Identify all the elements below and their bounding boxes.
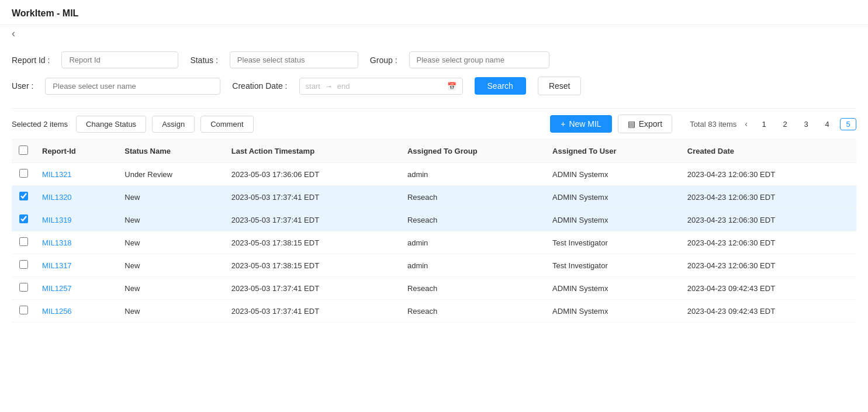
new-mil-label: New MIL: [569, 119, 601, 129]
page-title: WorkItem - MIL: [0, 0, 868, 25]
change-status-button[interactable]: Change Status: [76, 116, 146, 133]
row-checkbox[interactable]: [19, 283, 28, 292]
row-status: New: [117, 277, 224, 300]
user-input[interactable]: [45, 78, 220, 95]
status-label: Status :: [190, 56, 217, 65]
page-4-button[interactable]: 4: [819, 118, 835, 130]
row-timestamp: 2023-05-03 17:36:06 EDT: [224, 163, 400, 186]
col-assigned-to-user: Assigned To User: [545, 140, 680, 163]
table-header-row: Report-Id Status Name Last Action Timest…: [12, 140, 856, 163]
new-mil-button[interactable]: + New MIL: [550, 115, 611, 133]
table-container: Report-Id Status Name Last Action Timest…: [0, 139, 868, 323]
row-created: 2023-04-23 12:06:30 EDT: [680, 186, 856, 209]
back-button[interactable]: ‹: [0, 25, 27, 42]
row-checkbox[interactable]: [19, 214, 28, 223]
toolbar: Selected 2 items Change Status Assign Co…: [0, 109, 868, 139]
table-row: MIL1319New2023-05-03 17:37:41 EDTReseach…: [12, 209, 856, 231]
row-status: Under Review: [117, 163, 224, 186]
row-user: ADMIN Systemx: [545, 209, 680, 231]
col-assigned-to-group: Assigned To Group: [400, 140, 545, 163]
row-user: Test Investigator: [545, 254, 680, 277]
row-timestamp: 2023-05-03 17:37:41 EDT: [224, 277, 400, 300]
search-button[interactable]: Search: [475, 77, 526, 95]
row-group: Reseach: [400, 277, 545, 300]
group-input[interactable]: [409, 51, 549, 68]
col-status-name: Status Name: [117, 140, 224, 163]
report-id-label: Report Id :: [12, 56, 50, 65]
row-checkbox-cell[interactable]: [12, 231, 35, 254]
row-timestamp: 2023-05-03 17:38:15 EDT: [224, 254, 400, 277]
row-checkbox[interactable]: [19, 192, 28, 200]
row-timestamp: 2023-05-03 17:37:41 EDT: [224, 209, 400, 231]
assign-button[interactable]: Assign: [152, 116, 195, 133]
row-checkbox-cell[interactable]: [12, 186, 35, 209]
pagination: Total 83 items ‹ 1 2 3 4 5: [690, 118, 856, 130]
row-created: 2023-04-23 09:42:43 EDT: [680, 277, 856, 300]
table-row: MIL1256New2023-05-03 17:37:41 EDTReseach…: [12, 300, 856, 323]
checkbox-all-header[interactable]: [12, 140, 35, 163]
row-timestamp: 2023-05-03 17:37:41 EDT: [224, 186, 400, 209]
status-input[interactable]: [230, 51, 358, 68]
row-group: Reseach: [400, 209, 545, 231]
row-report-id[interactable]: MIL1256: [35, 300, 117, 323]
row-user: ADMIN Systemx: [545, 277, 680, 300]
export-icon: ▤: [628, 119, 635, 129]
page-2-button[interactable]: 2: [777, 118, 793, 130]
row-checkbox-cell[interactable]: [12, 300, 35, 323]
comment-button[interactable]: Comment: [200, 116, 253, 133]
row-checkbox[interactable]: [19, 237, 28, 246]
reset-button[interactable]: Reset: [538, 77, 582, 95]
row-checkbox-cell[interactable]: [12, 163, 35, 186]
filter-area: Report Id : Status : Group : User : Crea…: [0, 42, 868, 108]
row-checkbox-cell[interactable]: [12, 209, 35, 231]
row-created: 2023-04-23 12:06:30 EDT: [680, 231, 856, 254]
row-checkbox[interactable]: [19, 260, 28, 269]
page-1-button[interactable]: 1: [756, 118, 772, 130]
export-button[interactable]: ▤ Export: [618, 115, 672, 133]
row-group: admin: [400, 163, 545, 186]
plus-icon: +: [561, 119, 565, 129]
row-status: New: [117, 254, 224, 277]
row-report-id[interactable]: MIL1318: [35, 231, 117, 254]
table-row: MIL1321Under Review2023-05-03 17:36:06 E…: [12, 163, 856, 186]
row-status: New: [117, 300, 224, 323]
select-all-checkbox[interactable]: [19, 146, 28, 155]
row-status: New: [117, 209, 224, 231]
row-checkbox[interactable]: [19, 169, 28, 178]
row-report-id[interactable]: MIL1319: [35, 209, 117, 231]
row-group: admin: [400, 254, 545, 277]
row-group: Reseach: [400, 300, 545, 323]
total-label: Total 83 items: [690, 120, 736, 129]
date-arrow-icon: →: [325, 82, 333, 91]
report-id-input[interactable]: [61, 51, 178, 68]
filter-row-2: User : Creation Date : start → end 📅 Sea…: [12, 77, 856, 95]
page-prev-button[interactable]: ‹: [741, 118, 751, 130]
page-3-button[interactable]: 3: [798, 118, 814, 130]
row-created: 2023-04-23 12:06:30 EDT: [680, 209, 856, 231]
table-row: MIL1320New2023-05-03 17:37:41 EDTReseach…: [12, 186, 856, 209]
date-start-placeholder: start: [306, 82, 320, 91]
row-user: Test Investigator: [545, 231, 680, 254]
table-row: MIL1317New2023-05-03 17:38:15 EDTadminTe…: [12, 254, 856, 277]
row-report-id[interactable]: MIL1317: [35, 254, 117, 277]
row-user: ADMIN Systemx: [545, 186, 680, 209]
row-checkbox-cell[interactable]: [12, 277, 35, 300]
row-status: New: [117, 186, 224, 209]
row-group: admin: [400, 231, 545, 254]
filter-row-1: Report Id : Status : Group :: [12, 51, 856, 68]
col-last-action-timestamp: Last Action Timestamp: [224, 140, 400, 163]
creation-date-label: Creation Date :: [232, 81, 287, 91]
user-label: User :: [12, 81, 33, 91]
row-report-id[interactable]: MIL1257: [35, 277, 117, 300]
row-report-id[interactable]: MIL1321: [35, 163, 117, 186]
row-checkbox-cell[interactable]: [12, 254, 35, 277]
date-range-picker[interactable]: start → end 📅: [299, 78, 463, 95]
row-report-id[interactable]: MIL1320: [35, 186, 117, 209]
row-timestamp: 2023-05-03 17:37:41 EDT: [224, 300, 400, 323]
table-row: MIL1318New2023-05-03 17:38:15 EDTadminTe…: [12, 231, 856, 254]
page-5-button[interactable]: 5: [840, 118, 856, 130]
row-group: Reseach: [400, 186, 545, 209]
date-end-placeholder: end: [337, 82, 350, 91]
row-created: 2023-04-23 12:06:30 EDT: [680, 163, 856, 186]
row-checkbox[interactable]: [19, 306, 28, 314]
